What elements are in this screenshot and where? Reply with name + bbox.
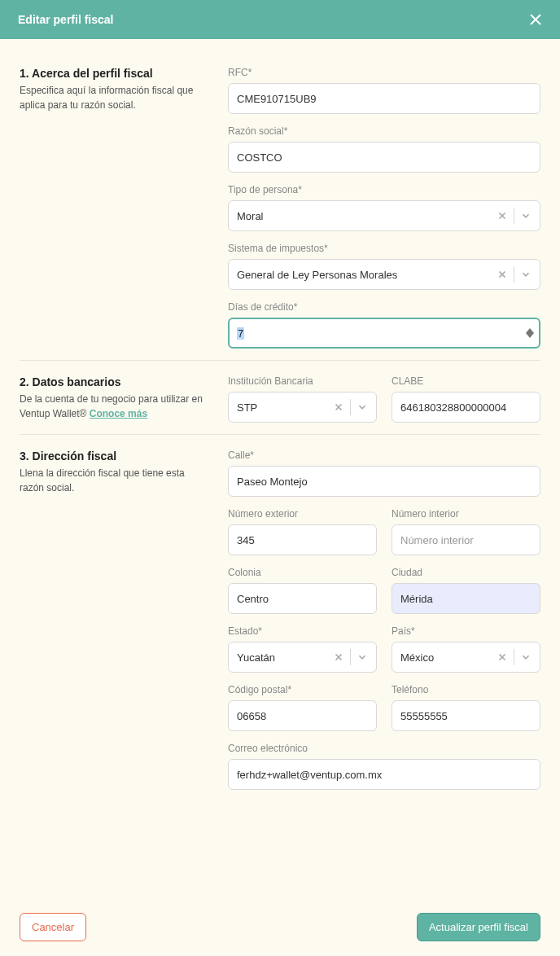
conoce-mas-link[interactable]: Conoce más [90,408,147,419]
section-desc: De la cuenta de tu negocio para utilizar… [20,392,208,421]
clear-icon[interactable] [333,651,344,663]
section-intro: 1. Acerca del perfil fiscal Especifica a… [20,67,208,349]
clear-icon[interactable] [497,269,508,280]
colonia-label: Colonia [228,567,377,578]
codigo-postal-input[interactable] [228,700,377,731]
ciudad-label: Ciudad [392,567,540,578]
dialog-content: 1. Acerca del perfil fiscal Especifica a… [0,39,560,821]
razon-social-label: Razón social* [228,125,540,137]
correo-input[interactable] [228,759,540,790]
telefono-label: Teléfono [392,684,540,695]
telefono-input[interactable] [392,700,540,731]
divider [350,399,351,415]
chevron-down-icon [520,210,532,221]
submit-button[interactable]: Actualizar perfil fiscal [417,913,540,941]
rfc-label: RFC* [228,67,540,78]
chevron-down-icon [520,269,532,280]
sistema-impuestos-label: Sistema de impuestos* [228,243,540,254]
razon-social-input[interactable] [228,142,540,173]
dialog-header: Editar perfil fiscal [0,0,560,39]
institucion-value: STP [237,401,326,414]
clabe-label: CLABE [392,375,540,387]
divider [514,649,514,665]
divider [350,649,351,665]
number-stepper[interactable] [526,328,534,338]
estado-label: Estado* [228,625,377,637]
institucion-label: Institución Bancaria [228,375,377,387]
numero-exterior-label: Número exterior [228,508,377,520]
rfc-input[interactable] [228,83,540,114]
divider [514,266,514,283]
tipo-persona-label: Tipo de persona* [228,184,540,195]
pais-value: México [400,651,490,664]
cancel-button[interactable]: Cancelar [20,913,86,941]
pais-label: País* [392,625,540,637]
institucion-select[interactable]: STP [228,392,377,423]
clear-icon[interactable] [497,210,508,221]
tipo-persona-value: Moral [237,210,490,222]
section-intro: 3. Dirección fiscal Llena la dirección f… [20,449,208,790]
section-bank-data: 2. Datos bancarios De la cuenta de tu ne… [20,360,540,434]
clabe-input[interactable] [392,392,540,423]
ciudad-input[interactable] [392,583,540,614]
dialog-footer: Cancelar Actualizar perfil fiscal [0,898,560,956]
section-title: 1. Acerca del perfil fiscal [20,67,208,80]
correo-label: Correo electrónico [228,743,540,754]
divider [514,208,514,224]
codigo-postal-label: Código postal* [228,684,377,695]
numero-interior-input[interactable] [392,524,540,555]
dias-credito-label: Días de crédito* [228,301,540,313]
pais-select[interactable]: México [392,642,540,673]
sistema-impuestos-value: General de Ley Personas Morales [237,269,490,281]
tipo-persona-select[interactable]: Moral [228,200,540,231]
sistema-impuestos-select[interactable]: General de Ley Personas Morales [228,259,540,290]
estado-value: Yucatán [237,651,326,664]
section-intro: 2. Datos bancarios De la cuenta de tu ne… [20,375,208,423]
section-desc: Especifica aquí la información fiscal qu… [20,83,208,112]
chevron-down-icon [520,651,532,663]
calle-label: Calle* [228,449,540,461]
numero-exterior-input[interactable] [228,524,377,555]
dialog-title: Editar perfil fiscal [18,13,113,26]
stepper-down-icon[interactable] [526,333,534,338]
clear-icon[interactable] [497,651,508,663]
section-desc: Llena la dirección fiscal que tiene esta… [20,466,208,495]
section-fiscal-address: 3. Dirección fiscal Llena la dirección f… [20,434,540,801]
chevron-down-icon [357,651,368,663]
colonia-input[interactable] [228,583,377,614]
clear-icon[interactable] [333,401,344,413]
section-title: 3. Dirección fiscal [20,449,208,463]
estado-select[interactable]: Yucatán [228,642,377,673]
calle-input[interactable] [228,466,540,497]
section-fiscal-profile: 1. Acerca del perfil fiscal Especifica a… [20,67,540,360]
section-title: 2. Datos bancarios [20,375,208,388]
chevron-down-icon [357,401,368,413]
close-icon[interactable] [529,13,542,26]
numero-interior-label: Número interior [392,508,540,520]
dias-credito-input[interactable]: 7 [228,318,540,349]
